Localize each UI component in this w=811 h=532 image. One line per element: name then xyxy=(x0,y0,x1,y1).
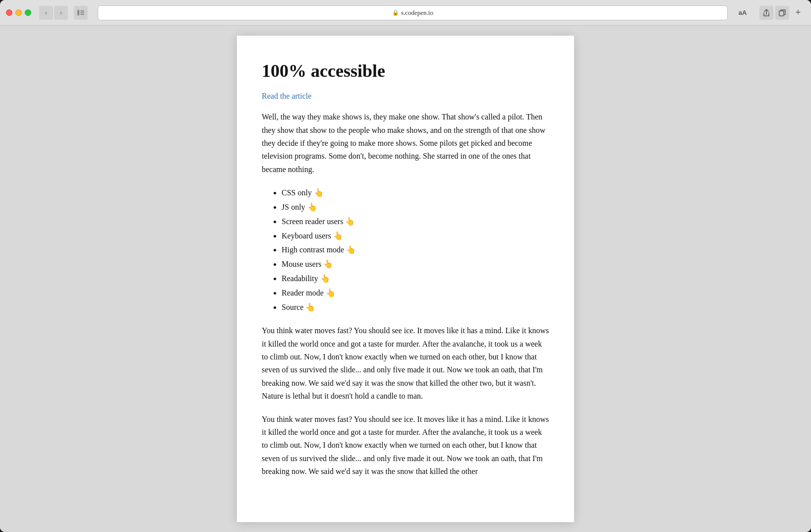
duplicate-tab-button[interactable] xyxy=(775,6,789,20)
minimize-button[interactable] xyxy=(15,9,22,16)
list-item: Keyboard users 👆 xyxy=(282,229,549,243)
duplicate-icon xyxy=(779,9,786,16)
toolbar-right: + xyxy=(759,6,805,20)
read-article-link[interactable]: Read the article xyxy=(262,92,549,101)
sidebar-toggle-button[interactable] xyxy=(74,6,88,20)
svg-rect-4 xyxy=(779,11,784,16)
traffic-lights xyxy=(6,9,31,16)
svg-rect-2 xyxy=(80,12,84,13)
list-item: Source 👆 xyxy=(282,300,549,315)
browser-content: 100% accessible Read the article Well, t… xyxy=(0,26,811,532)
svg-rect-0 xyxy=(77,10,79,15)
page-container: 100% accessible Read the article Well, t… xyxy=(237,36,574,522)
list-item: Screen reader users 👆 xyxy=(282,215,549,229)
maximize-button[interactable] xyxy=(25,9,31,16)
close-button[interactable] xyxy=(6,9,12,16)
list-item: High contrast mode 👆 xyxy=(282,243,549,257)
paragraph-2: You think water moves fast? You should s… xyxy=(262,324,549,403)
list-item: Reader mode 👆 xyxy=(282,286,549,300)
share-button[interactable] xyxy=(759,6,773,20)
list-item: Mouse users 👆 xyxy=(282,257,549,272)
list-item: CSS only 👆 xyxy=(282,186,549,200)
list-container: CSS only 👆JS only 👆Screen reader users 👆… xyxy=(272,186,549,314)
add-tab-button[interactable]: + xyxy=(791,6,805,20)
sidebar-icon xyxy=(77,10,84,15)
features-list: CSS only 👆JS only 👆Screen reader users 👆… xyxy=(272,186,549,314)
url-text: s.codepen.io xyxy=(401,9,433,17)
reader-mode-button[interactable]: aA xyxy=(736,6,750,20)
address-bar[interactable]: 🔒 s.codepen.io xyxy=(98,5,728,20)
browser-window: ‹ › 🔒 s.codepen.io aA xyxy=(0,0,811,532)
svg-rect-3 xyxy=(80,14,84,15)
forward-button[interactable]: › xyxy=(54,6,68,20)
paragraph-3: You think water moves fast? You should s… xyxy=(262,413,549,478)
svg-rect-1 xyxy=(80,10,84,11)
paragraph-1: Well, the way they make shows is, they m… xyxy=(262,111,549,176)
reader-mode-label: aA xyxy=(739,9,747,16)
back-button[interactable]: ‹ xyxy=(39,6,53,20)
list-item: JS only 👆 xyxy=(282,200,549,215)
titlebar: ‹ › 🔒 s.codepen.io aA xyxy=(0,0,811,26)
lock-icon: 🔒 xyxy=(392,9,399,16)
share-icon xyxy=(763,9,770,17)
page-title: 100% accessible xyxy=(262,60,549,82)
nav-buttons: ‹ › xyxy=(39,6,68,20)
list-item: Readability 👆 xyxy=(282,272,549,286)
